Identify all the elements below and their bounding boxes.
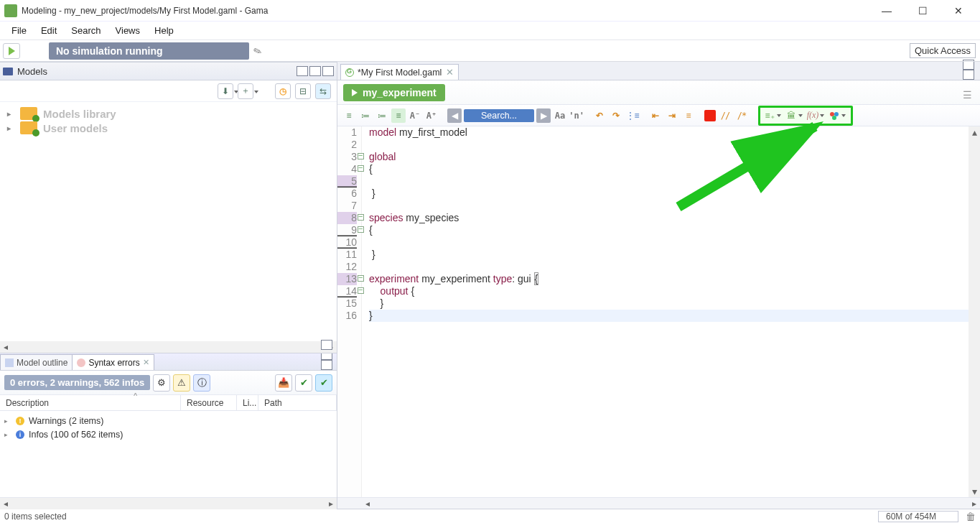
col-line[interactable]: Li... — [237, 395, 258, 410]
paragraph-icon[interactable]: ≡ — [391, 108, 406, 123]
template-color-icon[interactable] — [828, 109, 841, 122]
font-increase-icon[interactable]: A⁺ — [424, 108, 439, 123]
color-marker-icon[interactable] — [704, 110, 716, 121]
code-editor[interactable]: 12345678910111213141516 model my_first_m… — [337, 126, 980, 497]
errors-row-label: Warnings (2 items) — [29, 416, 103, 426]
quick-access[interactable]: Quick Access — [910, 43, 976, 58]
maximize-button[interactable]: ☐ — [913, 4, 933, 18]
close-tab-icon[interactable]: ✕ — [143, 358, 149, 367]
line-comment-icon[interactable]: // — [718, 108, 732, 123]
prev-button[interactable]: ◀ — [447, 108, 462, 123]
format-icon[interactable]: ≡ — [681, 108, 696, 123]
col-path[interactable]: Path — [258, 395, 337, 410]
link-editor-button[interactable]: ⇆ — [315, 83, 331, 99]
line-gutter: 12345678910111213141516 — [337, 126, 362, 497]
new-button[interactable]: ＋ — [238, 83, 253, 99]
bottom-tabs: Model outline Syntax errors ✕ — [0, 353, 337, 371]
toggle-warnings-button[interactable]: ⚠ — [173, 374, 190, 392]
collapse-icon[interactable]: ☰ — [963, 89, 974, 96]
errors-toolbar: 0 errors, 2 warnings, 562 infos ⚙ ⚠ ⓘ 📥 … — [0, 371, 337, 395]
whole-word-icon[interactable]: 'n' — [569, 108, 584, 123]
import-button[interactable]: ⬇ — [218, 83, 233, 99]
view-menu-icon[interactable] — [297, 66, 308, 76]
menu-file[interactable]: File — [4, 23, 34, 38]
expand-icon[interactable]: ▸ — [4, 417, 11, 425]
maximize-panel-icon[interactable] — [321, 360, 332, 370]
edit-icon[interactable]: ✎ — [251, 44, 263, 57]
list-icon[interactable]: ≔ — [358, 108, 373, 123]
editor-tabs: *My First Model.gaml ✕ — [337, 62, 980, 80]
undo-icon[interactable]: ↶ — [592, 108, 607, 123]
menu-views[interactable]: Views — [108, 23, 147, 38]
tab-syntax-errors[interactable]: Syntax errors ✕ — [72, 354, 154, 370]
filter-settings-button[interactable]: ⚙ — [153, 374, 170, 392]
run-experiment-button[interactable]: my_experiment — [343, 84, 445, 101]
indent-icon[interactable]: ⇥ — [665, 108, 679, 123]
editor-hscrollbar[interactable]: ◂▸ — [337, 497, 980, 509]
editor-tab[interactable]: *My First Model.gaml ✕ — [340, 64, 459, 80]
validate-all-button[interactable]: ✔ — [315, 374, 332, 392]
search-input[interactable]: Search... — [464, 109, 534, 122]
experiment-bar: my_experiment ☰ — [337, 80, 980, 105]
expand-icon[interactable]: ▸ — [7, 124, 14, 132]
menu-help[interactable]: Help — [147, 23, 181, 38]
svg-point-1 — [834, 112, 839, 116]
menu-search[interactable]: Search — [64, 23, 108, 38]
errors-hscrollbar[interactable]: ◂▸ — [0, 497, 337, 509]
warning-icon: ! — [16, 417, 24, 425]
tree-item-user-models[interactable]: ▸ User models — [7, 121, 330, 135]
outdent-icon[interactable]: ⇤ — [648, 108, 663, 123]
close-tab-icon[interactable]: ✕ — [446, 67, 454, 78]
next-button[interactable]: ▶ — [536, 108, 551, 123]
maximize-panel-icon[interactable] — [322, 66, 334, 76]
code-area[interactable]: model my_first_modelglobal{ }species my_… — [362, 126, 969, 497]
font-decrease-icon[interactable]: A⁻ — [408, 108, 422, 123]
library-folder-icon — [20, 107, 37, 120]
tree-item-models-library[interactable]: ▸ Models library — [7, 106, 330, 121]
run-button[interactable] — [3, 43, 20, 59]
simulation-status: No simulation running — [49, 42, 249, 60]
case-toggle-icon[interactable]: Aa — [553, 108, 567, 123]
models-panel-title: Models — [17, 66, 297, 77]
bullets-icon[interactable]: ⋮≡ — [625, 108, 640, 123]
template-operator-icon[interactable]: f(x) — [806, 109, 819, 122]
models-panel-header[interactable]: Models — [0, 62, 337, 80]
errors-group-warnings[interactable]: ▸ ! Warnings (2 items) — [4, 414, 332, 427]
expand-icon[interactable]: ▸ — [4, 431, 11, 438]
status-bar: 0 items selected 60M of 454M 🗑 — [0, 509, 980, 523]
errors-group-infos[interactable]: ▸ i Infos (100 of 562 items) — [4, 427, 332, 441]
list2-icon[interactable]: ≔ — [375, 108, 389, 123]
editor-vscrollbar[interactable]: ▴▾ — [969, 126, 980, 497]
minimize-panel-icon[interactable] — [309, 66, 321, 76]
expand-icon[interactable]: ▸ — [7, 110, 14, 118]
errors-list: ▸ ! Warnings (2 items) ▸ i Infos (100 of… — [0, 411, 337, 444]
gaml-file-icon — [345, 68, 354, 77]
show-line-numbers-icon[interactable]: ≡ — [342, 108, 356, 123]
app-icon — [4, 4, 17, 17]
tab-label: Model outline — [17, 358, 67, 368]
models-hscrollbar[interactable]: ◂▸ — [0, 341, 337, 353]
user-folder-icon — [20, 121, 37, 134]
maximize-panel-icon[interactable] — [963, 70, 974, 80]
toggle-info-button[interactable]: ⓘ — [193, 374, 210, 392]
close-button[interactable]: ✕ — [948, 4, 969, 18]
template-add-icon[interactable]: ≡₊ — [763, 109, 776, 122]
validate-button[interactable]: ✔ — [295, 374, 312, 392]
redo-icon[interactable]: ↷ — [609, 108, 623, 123]
col-description[interactable]: Description — [0, 395, 181, 410]
models-tree: ▸ Models library ▸ User models — [0, 102, 337, 139]
gc-trash-icon[interactable]: 🗑 — [966, 511, 976, 522]
minimize-button[interactable]: — — [877, 4, 897, 18]
editor-toolbar: ≡ ≔ ≔ ≡ A⁻ A⁺ ◀ Search... ▶ Aa 'n' ↶ ↷ ⋮… — [337, 105, 980, 126]
menu-edit[interactable]: Edit — [34, 23, 64, 38]
svg-point-0 — [830, 112, 834, 116]
experiment-name: my_experiment — [363, 87, 437, 98]
import-button[interactable]: 📥 — [275, 374, 292, 392]
view-menu-icon[interactable] — [321, 340, 332, 350]
collapse-all-button[interactable]: ⊟ — [295, 83, 311, 99]
block-comment-icon[interactable]: /* — [734, 108, 749, 123]
col-resource[interactable]: Resource — [181, 395, 237, 410]
template-builtin-icon[interactable]: 🏛 — [785, 109, 798, 122]
tab-model-outline[interactable]: Model outline — [0, 354, 73, 370]
history-button[interactable]: ◷ — [275, 83, 291, 99]
